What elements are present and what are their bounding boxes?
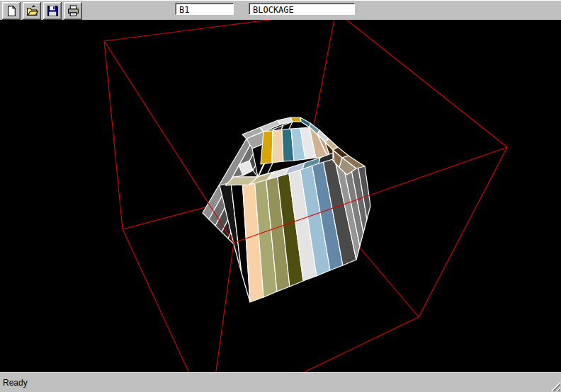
wireframe-edge bbox=[210, 243, 234, 372]
resize-grip-icon[interactable] bbox=[550, 381, 560, 391]
open-folder-icon bbox=[26, 5, 38, 17]
wireframe-edge bbox=[104, 41, 123, 229]
save-button[interactable] bbox=[43, 2, 62, 20]
print-button[interactable] bbox=[64, 2, 82, 20]
wireframe-edge bbox=[104, 41, 234, 243]
open-button[interactable] bbox=[23, 2, 41, 20]
save-floppy-icon bbox=[47, 5, 59, 17]
wireframe-scene bbox=[0, 20, 561, 372]
wireframe-edge bbox=[104, 20, 336, 41]
blockage-face bbox=[290, 117, 301, 122]
status-bar: Ready bbox=[0, 372, 561, 392]
wireframe-edge bbox=[123, 229, 210, 372]
status-text: Ready bbox=[3, 378, 28, 388]
app-window: { "window": { "chrome_color": "#c0c0c0" … bbox=[0, 0, 561, 392]
print-icon bbox=[67, 5, 79, 17]
new-document-icon bbox=[6, 5, 18, 17]
blockage-face bbox=[272, 129, 283, 163]
block-id-field[interactable] bbox=[175, 3, 234, 15]
blockage-face bbox=[300, 117, 310, 127]
wireframe-edge bbox=[419, 147, 507, 317]
wireframe-edge bbox=[210, 317, 419, 372]
wireframe-edge bbox=[336, 20, 507, 147]
toolbar bbox=[0, 0, 561, 20]
new-button[interactable] bbox=[2, 2, 21, 20]
viewport-3d[interactable] bbox=[0, 20, 561, 372]
block-label-field[interactable] bbox=[249, 3, 355, 15]
